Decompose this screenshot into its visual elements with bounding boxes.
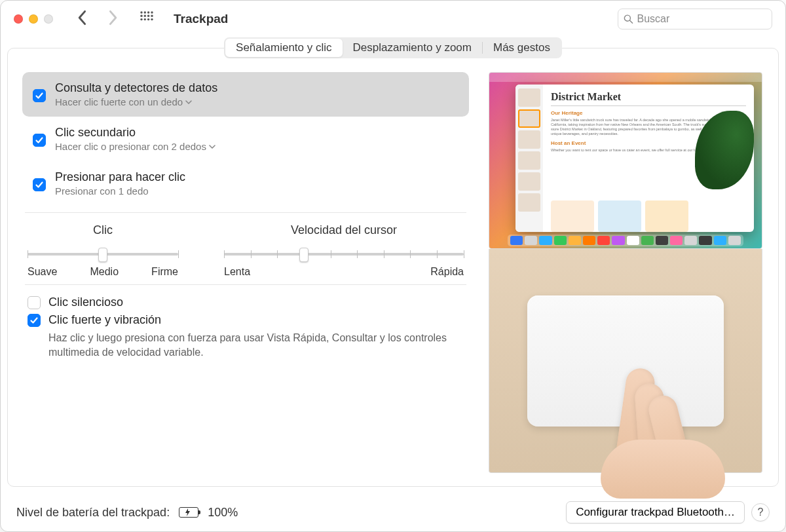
option-title: Clic secundario — [55, 126, 215, 140]
search-input[interactable] — [637, 13, 767, 25]
sliders-row: Clic Suave Medio Firme Vel — [22, 223, 469, 278]
svg-point-10 — [147, 18, 149, 20]
option-subtitle-text: Hacer clic o presionar con 2 dedos — [55, 141, 206, 152]
titlebar: Trackpad — [1, 1, 785, 37]
help-button[interactable]: ? — [751, 503, 770, 522]
battery-label: Nivel de batería del trackpad: — [16, 506, 170, 520]
option-description: Haz clic y luego presiona con fuerza par… — [48, 331, 464, 359]
slider-title: Velocidad del cursor — [291, 223, 397, 237]
option-label: Clic silencioso — [48, 295, 123, 309]
option-secondary-click[interactable]: Clic secundario Hacer clic o presionar c… — [22, 117, 469, 161]
checkbox-tap[interactable] — [33, 178, 46, 191]
search-icon — [624, 14, 633, 24]
option-label: Clic fuerte y vibración — [48, 313, 161, 327]
slider-title: Clic — [93, 223, 113, 237]
chevron-down-icon — [209, 143, 215, 150]
tab-label: Desplazamiento y zoom — [353, 41, 472, 54]
option-silent-click[interactable]: Clic silencioso — [28, 295, 464, 309]
show-all-button[interactable] — [140, 10, 168, 28]
option-title: Presionar para hacer clic — [55, 170, 185, 184]
tab-point-click[interactable]: Señalamiento y clic — [225, 39, 342, 57]
checkbox-secondary[interactable] — [33, 134, 46, 147]
svg-point-6 — [147, 15, 149, 17]
svg-point-8 — [140, 18, 142, 20]
option-title: Consulta y detectores de datos — [55, 81, 217, 95]
svg-point-5 — [144, 15, 146, 17]
battery-percentage: 100% — [208, 506, 238, 520]
gesture-preview-trackpad — [489, 249, 762, 473]
grid-icon — [140, 10, 154, 25]
button-label: Configurar trackpad Bluetooth… — [576, 506, 735, 518]
battery-icon — [179, 507, 198, 518]
checkmark-icon — [35, 180, 44, 189]
svg-point-7 — [151, 15, 153, 17]
option-subtitle-text: Hacer clic fuerte con un dedo — [55, 96, 183, 107]
right-column: District Market Our Heritage Janet Mille… — [489, 72, 762, 473]
option-subtitle: Presionar con 1 dedo — [55, 185, 185, 197]
svg-point-9 — [144, 18, 146, 20]
slider-knob[interactable] — [299, 248, 309, 262]
checkmark-icon — [35, 91, 44, 100]
preview-doc-title: District Market — [551, 91, 746, 106]
search-field[interactable] — [618, 9, 772, 29]
minimize-window-button[interactable] — [29, 14, 38, 24]
click-slider[interactable] — [28, 245, 178, 263]
tab-label: Señalamiento y clic — [236, 41, 331, 54]
svg-point-1 — [144, 11, 146, 13]
bottom-options: Clic silencioso Clic fuerte y vibración … — [22, 295, 469, 359]
chevron-right-icon — [107, 10, 119, 26]
configure-bluetooth-button[interactable]: Configurar trackpad Bluetooth… — [566, 501, 745, 523]
svg-point-2 — [147, 11, 149, 13]
click-slider-group: Clic Suave Medio Firme — [28, 223, 178, 278]
checkbox-lookup[interactable] — [33, 89, 46, 102]
option-tap-to-click[interactable]: Presionar para hacer clic Presionar con … — [22, 161, 469, 206]
nav-arrows — [77, 10, 119, 28]
slider-knob[interactable] — [98, 248, 107, 262]
settings-pane: Consulta y detectores de datos Hacer cli… — [7, 48, 779, 487]
chevron-left-icon — [77, 10, 88, 26]
checkbox-silent[interactable] — [28, 296, 41, 309]
chevron-down-icon — [185, 99, 192, 105]
tracking-speed-slider-group: Velocidad del cursor Lenta Rápida — [224, 223, 464, 278]
checkbox-force[interactable] — [28, 314, 41, 327]
svg-point-0 — [140, 11, 142, 13]
preferences-window: Trackpad Señalamiento y clic Desplazamie… — [0, 0, 786, 532]
checkmark-icon — [29, 316, 39, 325]
slider-labels: Suave Medio Firme — [28, 266, 178, 278]
close-window-button[interactable] — [14, 14, 23, 24]
charging-bolt-icon — [183, 508, 193, 516]
back-button[interactable] — [77, 10, 88, 28]
window-controls — [14, 14, 53, 24]
footer: Nivel de batería del trackpad: 100% Conf… — [1, 493, 785, 531]
slider-labels: Lenta Rápida — [224, 266, 464, 278]
tab-scroll-zoom[interactable]: Desplazamiento y zoom — [343, 39, 482, 57]
svg-point-11 — [151, 18, 153, 20]
tab-bar: Señalamiento y clic Desplazamiento y zoo… — [224, 37, 562, 58]
left-column: Consulta y detectores de datos Hacer cli… — [22, 72, 469, 473]
hand-icon — [620, 368, 719, 479]
tab-more-gestures[interactable]: Más gestos — [483, 39, 561, 57]
option-lookup-data-detectors[interactable]: Consulta y detectores de datos Hacer cli… — [22, 72, 469, 117]
divider — [25, 212, 466, 213]
window-title: Trackpad — [174, 12, 228, 26]
divider — [25, 284, 466, 285]
option-force-click[interactable]: Clic fuerte y vibración — [28, 313, 464, 327]
checkmark-icon — [35, 136, 44, 145]
svg-point-3 — [151, 11, 153, 13]
tracking-speed-slider[interactable] — [224, 245, 464, 263]
gesture-preview-screen: District Market Our Heritage Janet Mille… — [489, 72, 762, 249]
option-subtitle-dropdown[interactable]: Hacer clic fuerte con un dedo — [55, 96, 217, 107]
zoom-window-button — [44, 14, 53, 24]
svg-line-13 — [630, 20, 633, 23]
forward-button — [107, 10, 119, 28]
svg-point-4 — [140, 15, 142, 17]
option-subtitle-dropdown[interactable]: Hacer clic o presionar con 2 dedos — [55, 141, 215, 152]
tab-label: Más gestos — [493, 41, 550, 54]
